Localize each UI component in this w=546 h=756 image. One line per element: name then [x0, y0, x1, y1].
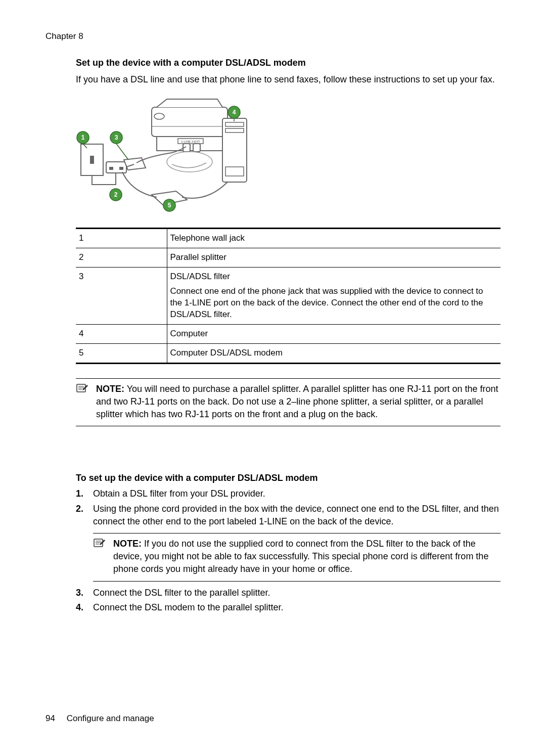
svg-rect-6 — [152, 107, 228, 137]
step-item: Obtain a DSL filter from your DSL provid… — [76, 487, 500, 500]
note-body: If you do not use the supplied cord to c… — [113, 539, 488, 574]
note-label: NOTE: — [96, 384, 124, 394]
step-item: Connect the DSL modem to the parallel sp… — [76, 601, 500, 614]
note-body: You will need to purchase a parallel spl… — [96, 384, 498, 419]
svg-point-12 — [154, 113, 164, 119]
legend-num: 5 — [76, 343, 167, 363]
note-text: NOTE: You will need to purchase a parall… — [96, 383, 500, 421]
device-illustration: 1-LINE 2-EXT — [152, 99, 228, 152]
table-row: 4 Computer — [76, 324, 500, 343]
svg-text:3: 3 — [115, 134, 118, 141]
legend-desc: Computer — [167, 324, 500, 343]
note-label: NOTE: — [113, 539, 142, 549]
legend-num: 2 — [76, 248, 167, 268]
table-row: 3 DSL/ADSL filter Connect one end of the… — [76, 268, 500, 325]
table-row: 2 Parallel splitter — [76, 248, 500, 268]
legend-num: 3 — [76, 268, 167, 325]
svg-text:1-LINE 2-EXT: 1-LINE 2-EXT — [181, 140, 200, 143]
step-item: Using the phone cord provided in the box… — [76, 503, 500, 582]
chapter-header: Chapter 8 — [46, 30, 500, 42]
page-number: 94 — [46, 713, 55, 725]
main-content: Set up the device with a computer DSL/AD… — [76, 57, 500, 614]
section-title: Set up the device with a computer DSL/AD… — [76, 57, 500, 69]
footer-section-name: Configure and manage — [67, 714, 154, 723]
page-footer: 94 Configure and manage — [46, 713, 154, 725]
step-item: Connect the DSL filter to the parallel s… — [76, 587, 500, 599]
svg-rect-1 — [90, 156, 94, 164]
legend-num: 1 — [76, 229, 167, 248]
svg-line-29 — [116, 144, 128, 160]
legend-num: 4 — [76, 324, 167, 343]
svg-rect-3 — [109, 167, 113, 170]
svg-text:4: 4 — [233, 109, 236, 116]
intro-paragraph: If you have a DSL line and use that phon… — [76, 73, 500, 86]
legend-body: 1 Telephone wall jack 2 Parallel splitte… — [76, 229, 500, 364]
legend-desc: Telephone wall jack — [167, 229, 500, 248]
svg-text:5: 5 — [168, 202, 171, 209]
svg-text:1: 1 — [81, 134, 85, 141]
legend-desc: DSL/ADSL filter Connect one end of the p… — [167, 268, 500, 325]
svg-rect-17 — [225, 167, 244, 176]
note-icon — [76, 383, 90, 397]
legend-table: 1 Telephone wall jack 2 Parallel splitte… — [76, 228, 500, 364]
note-box: NOTE: You will need to purchase a parall… — [76, 378, 500, 427]
legend-desc: Computer DSL/ADSL modem — [167, 343, 500, 363]
steps-list: Obtain a DSL filter from your DSL provid… — [76, 487, 500, 614]
svg-point-13 — [167, 152, 212, 172]
setup-diagram: 1-LINE 2-EXT — [76, 96, 500, 212]
table-row: 1 Telephone wall jack — [76, 229, 500, 248]
legend-desc: Parallel splitter — [167, 248, 500, 268]
note-box: NOTE: If you do not use the supplied cor… — [93, 533, 500, 582]
note-icon — [93, 538, 107, 552]
svg-rect-15 — [225, 122, 244, 126]
legend-subdesc: Connect one end of the phone jack that w… — [170, 286, 496, 321]
table-row: 5 Computer DSL/ADSL modem — [76, 343, 500, 363]
svg-text:2: 2 — [114, 191, 118, 198]
svg-rect-11 — [193, 144, 200, 152]
svg-rect-16 — [225, 128, 244, 132]
note-text: NOTE: If you do not use the supplied cor… — [113, 538, 500, 576]
step-text: Using the phone cord provided in the box… — [93, 504, 499, 526]
svg-rect-4 — [119, 167, 123, 170]
subsection-title: To set up the device with a computer DSL… — [76, 472, 500, 484]
